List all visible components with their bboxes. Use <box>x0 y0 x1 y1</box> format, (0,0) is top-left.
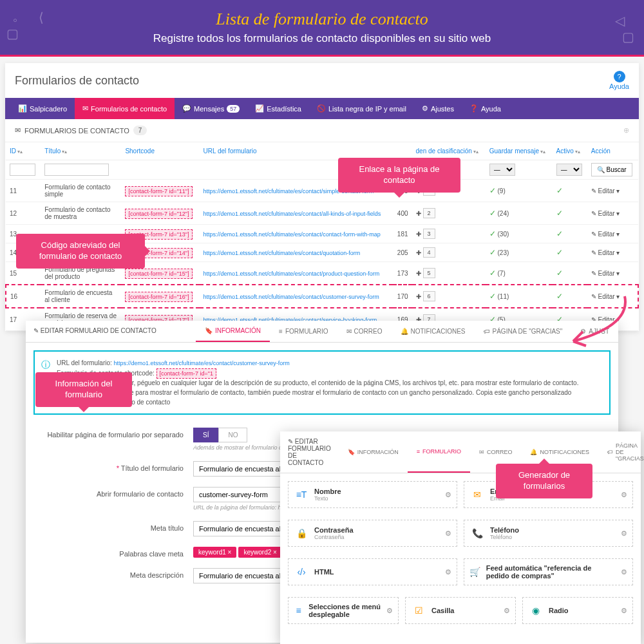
hero-banner: ◦ ⟨ ▢ ◁ ▢ Lista de formulario de contact… <box>0 0 644 57</box>
form-url-link[interactable]: https://demo1.etssoft.net/cfultimate/es/… <box>204 294 379 300</box>
gear-icon[interactable]: ⚙ <box>445 491 451 499</box>
form-url-link[interactable]: https://demo1.etssoft.net/cfultimate/es/… <box>204 270 380 277</box>
field-card[interactable]: ≡TNombreTexto⚙ <box>288 481 457 508</box>
edit-button[interactable]: ✎ Editar ▾ <box>591 270 620 277</box>
field-card[interactable]: ‹/›HTML⚙ <box>288 558 457 585</box>
nav-dashboard[interactable]: 📊 Salpicadero <box>10 98 75 119</box>
gear-icon[interactable]: ⚙ <box>504 607 510 615</box>
callout-shortcode: Código abreviado del formulario de conta… <box>16 234 145 269</box>
open-label: Abrir formulario de contacto <box>35 487 184 498</box>
gear-icon[interactable]: ⚙ <box>621 568 627 576</box>
tab-thanks[interactable]: 🏷 PÁGINA DE "GRACIAS" <box>475 321 572 342</box>
gear-icon[interactable]: ⚙ <box>445 568 451 576</box>
callout-builder: Generador de formularios <box>496 464 592 498</box>
col-save[interactable]: Guardar mensaje <box>486 142 553 160</box>
callout-link: Enlace a la página de contacto <box>338 158 460 193</box>
gear-icon[interactable]: ⚙ <box>445 529 451 538</box>
btab-form[interactable]: ≡ FORMULARIO <box>408 431 470 473</box>
gear-icon[interactable]: ⚙ <box>621 491 627 499</box>
decor-icon: ◁ <box>615 13 625 28</box>
metatitle-label: Meta título <box>35 521 184 532</box>
edit-button[interactable]: ✎ Editar ▾ <box>591 231 620 238</box>
field-card[interactable]: ≡Selecciones de menú desplegable⚙ <box>288 597 399 624</box>
count-badge: 7 <box>133 126 147 135</box>
nav-messages[interactable]: 💬 Mensajes57 <box>175 98 247 119</box>
table-row: 16Formulario de encuesta al cliente[cont… <box>6 285 638 308</box>
panel-title: Formularios de contacto <box>15 74 139 88</box>
title-label: * Título del formulario <box>35 461 184 472</box>
edit-button[interactable]: ✎ Editar ▾ <box>591 249 620 256</box>
keywords-label: Palabras clave meta <box>35 547 184 558</box>
field-card[interactable]: ☑Casilla⚙ <box>405 597 516 624</box>
decor-icon: ⟨ <box>39 10 44 25</box>
filter-title[interactable] <box>44 164 109 176</box>
nav-help[interactable]: ❓ Ayuda <box>462 98 509 119</box>
edit-button[interactable]: ✎ Editar ▾ <box>591 293 620 300</box>
col-title[interactable]: Título <box>41 142 121 160</box>
edit-button[interactable]: ✎ Editar ▾ <box>591 210 620 217</box>
keyword-tag[interactable]: keyword2 × <box>238 547 281 558</box>
add-button[interactable]: ⊕ <box>623 126 629 135</box>
hero-subtitle: Registre todos los formularios de contac… <box>0 32 644 45</box>
field-card[interactable]: 🔒ContraseñaContraseña⚙ <box>288 520 457 547</box>
metadesc-label: Meta descripción <box>35 568 184 579</box>
tab-form[interactable]: ≡ FORMULARIO <box>270 321 337 342</box>
nav-blacklist[interactable]: 🚫 Lista negra de IP y email <box>309 98 414 119</box>
tab-notif[interactable]: 🔔 NOTIFICACIONES <box>392 321 475 342</box>
edit-button[interactable]: ✎ Editar ▾ <box>591 187 620 194</box>
enable-toggle[interactable]: SÍNO <box>193 428 247 442</box>
nav-stats[interactable]: 📈 Estadística <box>247 98 309 119</box>
form-url-link[interactable]: https://demo1.etssoft.net/cfultimate/es/… <box>204 250 361 256</box>
hero-title: Lista de formulario de contacto <box>0 10 644 29</box>
gear-icon[interactable]: ⚙ <box>386 607 393 615</box>
field-card[interactable]: 📞TeléfonoTeléfono⚙ <box>464 520 633 547</box>
gear-icon[interactable]: ⚙ <box>621 607 627 615</box>
tab-mail[interactable]: ✉ CORREO <box>337 321 392 342</box>
keyword-tag[interactable]: keyword1 × <box>193 547 236 558</box>
filter-save[interactable]: — <box>489 164 515 176</box>
btab-info[interactable]: 🔖 INFORMACIÓN <box>339 431 408 473</box>
decor-icon: ▢ <box>6 26 19 41</box>
table-row: 11Formulario de contacto simple[contact-… <box>6 180 638 202</box>
search-button[interactable]: 🔍 Buscar <box>591 163 632 176</box>
navbar: 📊 Salpicadero ✉ Formularios de contacto … <box>5 98 639 119</box>
panel-header: Formularios de contacto Ayuda <box>5 63 639 98</box>
tab-settings[interactable]: ⚙ AJUST <box>571 321 618 342</box>
col-active[interactable]: Activo <box>553 142 587 160</box>
list-header: ✉ FORMULARIOS DE CONTACTO 7 ⊕ <box>5 119 639 142</box>
table-row: 12Formulario de contacto de muestra[cont… <box>6 202 638 225</box>
btab-thanks[interactable]: 🏷 PÁGINA DE "GRACIAS" <box>598 431 644 473</box>
main-panel: Formularios de contacto Ayuda 📊 Salpicad… <box>5 63 639 331</box>
nav-forms[interactable]: ✉ Formularios de contacto <box>75 98 175 119</box>
nav-settings[interactable]: ⚙ Ajustes <box>414 98 462 119</box>
filter-id[interactable] <box>10 164 35 176</box>
form-url-link[interactable]: https://demo1.etssoft.net/cfultimate/es/… <box>204 211 381 217</box>
tab-info[interactable]: 🔖 INFORMACIÓN <box>196 321 270 342</box>
field-card[interactable]: 🛒Feed automática "referencia de pedido d… <box>464 558 633 585</box>
form-url-link[interactable]: https://demo1.etssoft.net/cfultimate/es/… <box>204 231 381 238</box>
gear-icon[interactable]: ⚙ <box>621 529 627 538</box>
col-id[interactable]: ID <box>6 142 41 160</box>
col-action: Acción <box>587 142 638 160</box>
filter-active[interactable]: — <box>556 164 582 176</box>
callout-info: Información del formulario <box>35 372 132 407</box>
field-card[interactable]: ◉Radio⚙ <box>522 597 633 624</box>
col-shortcode: Shortcode <box>121 142 199 160</box>
decor-icon: ▢ <box>622 29 634 44</box>
help-button[interactable]: Ayuda <box>609 71 629 90</box>
enable-label: Habilitar página de formulario por separ… <box>35 428 184 439</box>
